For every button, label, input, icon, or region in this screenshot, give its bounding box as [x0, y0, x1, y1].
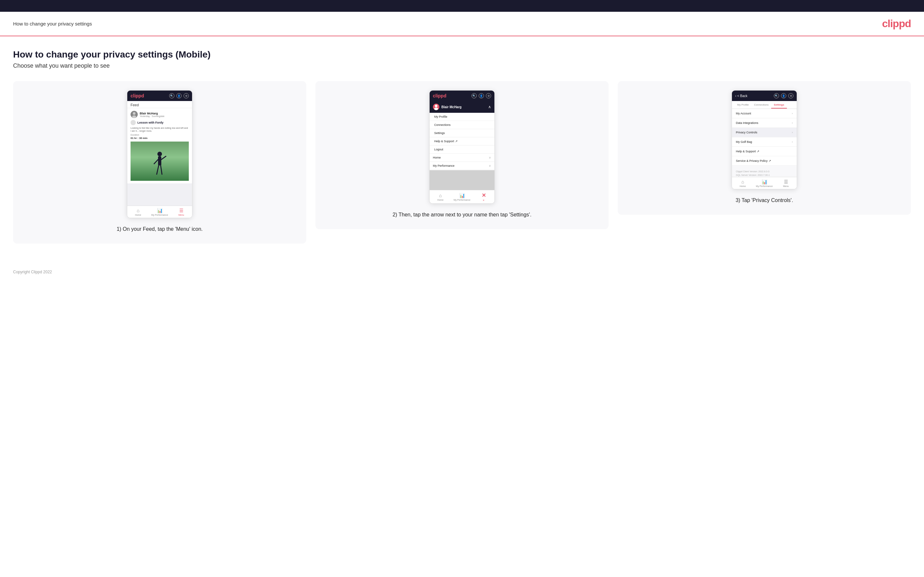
settings-item-data-integrations[interactable]: Data Integrations ›	[732, 118, 797, 128]
settings-data-integrations-label: Data Integrations	[736, 121, 758, 124]
back-arrow-icon: ‹	[735, 94, 736, 98]
golf-bag-chevron-icon: ›	[792, 140, 793, 143]
menu-icon-3: ☰	[784, 179, 788, 184]
phone-bottom-nav-3: ⌂ Home 📊 My Performance ☰ Menu	[732, 177, 797, 189]
phone-icons-1: 🔍 👤 ⚙	[169, 93, 189, 98]
menu-section-home[interactable]: Home ∨	[430, 154, 494, 162]
svg-line-6	[157, 165, 159, 174]
phone-icons-3: 🔍 👤 ⚙	[774, 93, 793, 98]
phone-logo-2: clippd	[433, 93, 446, 98]
home-icon-3: ⌂	[741, 179, 744, 184]
settings-privacy-policy-label: Service & Privacy Policy ↗	[736, 159, 771, 163]
user-icon[interactable]: 👤	[176, 93, 182, 98]
step-3-caption: 3) Tap 'Privacy Controls'.	[735, 197, 793, 204]
settings-item-help[interactable]: Help & Support ↗	[732, 147, 797, 156]
feed-user-name: Blair McHarg	[140, 112, 165, 115]
menu-user-left: Blair McHarg	[433, 104, 462, 110]
back-button[interactable]: ‹ < Back	[735, 94, 747, 98]
feed-lesson-title: Lesson with Fordy	[137, 121, 163, 124]
performance-icon: 📊	[157, 208, 163, 213]
user-icon-3[interactable]: 👤	[781, 93, 786, 98]
svg-line-7	[161, 165, 162, 174]
feed-avatar-row: Blair McHarg Yesterday · Sunningdale	[131, 111, 189, 118]
tab-connections[interactable]: Connections	[751, 101, 771, 108]
steps-row: clippd 🔍 👤 ⚙ Feed	[13, 81, 911, 243]
settings-item-privacy-policy[interactable]: Service & Privacy Policy ↗	[732, 156, 797, 166]
phone-mockup-3: ‹ < Back 🔍 👤 ⚙ My Profile Connections Se…	[732, 90, 797, 189]
search-icon[interactable]: 🔍	[169, 93, 174, 98]
nav-menu-label-2: ✕	[483, 199, 485, 202]
version-server: GQL Server Version: 2022.7.30-1	[736, 173, 793, 177]
settings-icon-2[interactable]: ⚙	[486, 93, 491, 98]
settings-golf-bag-label: My Golf Bag	[736, 140, 752, 143]
phone-header-2: clippd 🔍 👤 ⚙	[430, 90, 494, 101]
menu-icon: ☰	[179, 208, 184, 213]
settings-item-my-account[interactable]: My Account ›	[732, 109, 797, 118]
nav-menu-3[interactable]: ☰ Menu	[775, 179, 797, 187]
settings-icon[interactable]: ⚙	[184, 93, 189, 98]
feed-tab: Feed	[127, 101, 192, 108]
back-label: < Back	[737, 94, 747, 98]
menu-connections-label: Connections	[434, 123, 451, 127]
nav-home-2[interactable]: ⌂ Home	[430, 193, 451, 201]
phone-mockup-2: clippd 🔍 👤 ⚙ Blair McHarg ∧	[429, 90, 495, 204]
phone-bottom-nav-1: ⌂ Home 📊 My Performance ☰ Menu	[127, 206, 192, 218]
svg-point-0	[133, 112, 136, 115]
tab-my-profile[interactable]: My Profile	[735, 101, 751, 108]
menu-home-label: Home	[433, 156, 441, 159]
phone-header-1: clippd 🔍 👤 ⚙	[127, 90, 192, 101]
menu-item-logout[interactable]: Logout	[430, 145, 494, 154]
menu-item-help[interactable]: Help & Support ↗	[430, 137, 494, 145]
home-icon: ⌂	[137, 208, 139, 213]
nav-home-1[interactable]: ⌂ Home	[127, 208, 149, 216]
settings-item-my-golf-bag[interactable]: My Golf Bag ›	[732, 137, 797, 147]
feed-post: Blair McHarg Yesterday · Sunningdale Les…	[127, 108, 192, 184]
menu-performance-label: My Performance	[433, 164, 454, 168]
menu-section-performance[interactable]: My Performance ∨	[430, 162, 494, 170]
page-heading: How to change your privacy settings (Mob…	[13, 49, 911, 60]
search-icon-2[interactable]: 🔍	[472, 93, 477, 98]
svg-line-4	[154, 160, 158, 164]
my-account-chevron-icon: ›	[792, 112, 793, 115]
header: How to change your privacy settings clip…	[0, 12, 924, 36]
settings-icon-3[interactable]: ⚙	[788, 93, 793, 98]
step-1-card: clippd 🔍 👤 ⚙ Feed	[13, 81, 306, 243]
step-2-card: clippd 🔍 👤 ⚙ Blair McHarg ∧	[315, 81, 609, 229]
feed-lesson-icon	[131, 120, 136, 125]
tab-settings[interactable]: Settings	[771, 101, 787, 108]
nav-performance-1[interactable]: 📊 My Performance	[149, 208, 170, 216]
nav-performance-3[interactable]: 📊 My Performance	[754, 179, 775, 187]
menu-item-my-profile[interactable]: My Profile	[430, 113, 494, 121]
phone-body-1: Feed Blair McHarg Yesterday · Sunningdal…	[127, 101, 192, 206]
phone-mockup-1: clippd 🔍 👤 ⚙ Feed	[127, 90, 192, 218]
nav-perf-label-1: My Performance	[151, 214, 168, 216]
settings-back-bar: ‹ < Back 🔍 👤 ⚙	[732, 90, 797, 101]
nav-menu-label-3: Menu	[783, 185, 789, 187]
menu-item-connections[interactable]: Connections	[430, 121, 494, 129]
nav-performance-2[interactable]: 📊 My Performance	[451, 193, 473, 201]
step-1-caption: 1) On your Feed, tap the 'Menu' icon.	[116, 225, 202, 233]
user-icon-2[interactable]: 👤	[479, 93, 484, 98]
nav-menu-1[interactable]: ☰ Menu	[170, 208, 192, 216]
copyright: Copyright Clippd 2022	[13, 270, 52, 274]
feed-user-info: Blair McHarg Yesterday · Sunningdale	[140, 112, 165, 118]
feed-avatar	[131, 111, 138, 118]
svg-point-9	[434, 108, 438, 110]
top-bar	[0, 0, 924, 12]
phone-logo-1: clippd	[131, 93, 144, 98]
nav-home-label-1: Home	[135, 214, 141, 216]
menu-user-row[interactable]: Blair McHarg ∧	[430, 101, 494, 113]
menu-performance-chevron: ∨	[489, 164, 491, 168]
search-icon-3[interactable]: 🔍	[774, 93, 779, 98]
feed-duration-label: Duration	[131, 134, 189, 136]
menu-avatar	[433, 104, 439, 110]
settings-item-privacy-controls[interactable]: Privacy Controls ›	[732, 128, 797, 137]
golfer-silhouette	[152, 152, 168, 181]
nav-home-label-3: Home	[740, 185, 746, 187]
nav-home-3[interactable]: ⌂ Home	[732, 179, 754, 187]
menu-item-settings[interactable]: Settings	[430, 129, 494, 137]
phone-bottom-nav-2: ⌂ Home 📊 My Performance ✕ ✕	[430, 190, 494, 203]
home-icon-2: ⌂	[439, 193, 442, 198]
nav-close-2[interactable]: ✕ ✕	[473, 192, 494, 202]
menu-logout-label: Logout	[434, 148, 443, 151]
